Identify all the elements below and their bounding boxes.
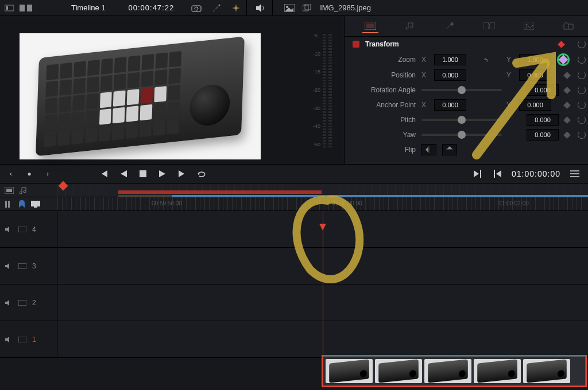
keyframe-icon[interactable] [563, 116, 571, 124]
svg-rect-28 [18, 227, 26, 232]
media-pool-icon[interactable] [5, 4, 14, 12]
position-x-input[interactable]: 0.000 [434, 69, 466, 81]
camera-swap-icon[interactable] [191, 3, 202, 13]
svg-point-14 [525, 24, 527, 25]
flip-h-button[interactable] [421, 144, 436, 155]
pitch-input[interactable]: 0.000 [527, 114, 559, 126]
last-frame-button[interactable] [177, 169, 187, 179]
zoom-x-input[interactable]: 1.000 [434, 54, 466, 65]
track-header-4[interactable]: 4 [0, 211, 57, 248]
track-header-2[interactable]: 2 [0, 284, 57, 321]
yaw-slider[interactable] [421, 134, 502, 136]
sparkle-icon[interactable] [231, 3, 241, 13]
index-icon[interactable] [5, 200, 13, 208]
audio-track-toggle[interactable] [20, 186, 28, 194]
transport-bar: ‹ ● › 01:00:00:00 [0, 164, 588, 184]
gallery-icon[interactable] [284, 4, 295, 12]
anchor-y-input[interactable]: 0.000 [519, 99, 551, 111]
frame-icon[interactable] [18, 337, 26, 342]
reset-icon[interactable] [578, 71, 586, 79]
reset-icon[interactable] [578, 101, 586, 109]
reset-icon[interactable] [578, 86, 586, 94]
tab-video[interactable] [362, 20, 378, 33]
menu-icon[interactable] [570, 169, 580, 179]
zoom-y-input[interactable]: 1.000 [519, 54, 551, 65]
mute-icon[interactable] [5, 263, 13, 270]
prev-clip-button[interactable] [492, 169, 502, 179]
chevron-right-icon[interactable]: › [42, 169, 53, 179]
section-enable-toggle[interactable] [353, 41, 359, 48]
ruler-label: 01:00:02:00 [498, 200, 529, 206]
dual-view-icon[interactable] [20, 5, 32, 11]
flip-v-button[interactable] [442, 144, 457, 155]
loop-button[interactable] [196, 169, 207, 179]
next-clip-button[interactable] [473, 169, 483, 179]
ruler-label: 01:00:00:00 [332, 200, 362, 206]
mute-icon[interactable] [5, 299, 13, 306]
yaw-input[interactable]: 0.000 [527, 129, 559, 141]
playhead[interactable] [323, 211, 323, 390]
stack-icon[interactable] [303, 4, 312, 12]
svg-rect-3 [27, 5, 32, 11]
timeline-ruler[interactable]: 00:59:58:00 01:00:00:00 01:00:02:00 [57, 197, 588, 211]
volume-icon[interactable] [255, 3, 266, 13]
timeline-clip[interactable] [323, 356, 586, 386]
svg-rect-2 [20, 5, 25, 11]
wand-icon[interactable] [212, 3, 221, 13]
svg-rect-30 [18, 300, 26, 306]
reset-icon[interactable] [578, 131, 586, 139]
play-button[interactable] [157, 169, 168, 179]
frame-icon[interactable] [18, 227, 26, 232]
reverse-play-button[interactable] [118, 169, 129, 179]
record-timecode[interactable]: 01:00:00:00 [512, 169, 560, 178]
keyframe-icon[interactable] [563, 87, 571, 94]
link-icon[interactable] [482, 56, 490, 64]
mute-icon[interactable] [5, 336, 13, 343]
yaw-row: Yaw 0.000 [345, 127, 588, 142]
timeline-title: Timeline 1 [71, 3, 105, 12]
video-track-toggle[interactable] [5, 187, 14, 194]
rotation-input[interactable]: 0.000 [527, 84, 559, 96]
svg-rect-26 [31, 201, 40, 206]
tab-file[interactable] [560, 20, 577, 33]
tab-effects[interactable] [442, 20, 458, 33]
keyframe-icon[interactable] [563, 102, 571, 109]
marker-dot-icon[interactable]: ● [24, 169, 34, 179]
rotation-row: Rotation Angle 0.000 [345, 83, 588, 98]
mute-icon[interactable] [5, 226, 13, 233]
anchor-row: Anchor Point X 0.000 Y 0.000 [345, 98, 588, 112]
track-header-3[interactable]: 3 [0, 248, 57, 284]
tab-transition[interactable] [481, 20, 497, 33]
tab-image[interactable] [521, 20, 537, 33]
transform-section-header[interactable]: Transform [345, 37, 588, 52]
svg-point-5 [195, 7, 198, 10]
keyframe-active-icon[interactable] [557, 53, 570, 66]
source-timecode[interactable]: 00:00:47:22 [128, 3, 174, 12]
rotation-slider[interactable] [421, 89, 502, 91]
stop-button[interactable] [138, 169, 148, 179]
position-y-input[interactable]: 0.000 [519, 69, 551, 81]
svg-rect-27 [34, 206, 37, 208]
keyframe-icon[interactable] [563, 131, 571, 139]
viewer-canvas[interactable] [20, 33, 261, 159]
tab-audio[interactable] [402, 20, 418, 33]
monitor-icon[interactable] [31, 201, 40, 208]
reset-icon[interactable] [578, 116, 586, 124]
keyframe-icon[interactable] [558, 41, 565, 48]
reset-icon[interactable] [578, 56, 586, 64]
frame-icon[interactable] [18, 263, 26, 269]
svg-point-8 [286, 6, 288, 8]
first-frame-button[interactable] [99, 169, 109, 179]
track-header-1[interactable]: 1 [0, 321, 57, 358]
svg-rect-29 [18, 263, 26, 269]
reset-icon[interactable] [578, 40, 586, 48]
timeline-overview[interactable] [57, 184, 588, 197]
marker-icon[interactable] [18, 200, 25, 208]
frame-icon[interactable] [18, 300, 26, 306]
section-title: Transform [365, 40, 399, 48]
chevron-left-icon[interactable]: ‹ [6, 169, 16, 179]
anchor-x-input[interactable]: 0.000 [434, 99, 466, 111]
pitch-slider[interactable] [421, 119, 502, 121]
keyframe-icon[interactable] [563, 72, 571, 79]
track-lanes[interactable] [57, 211, 588, 390]
